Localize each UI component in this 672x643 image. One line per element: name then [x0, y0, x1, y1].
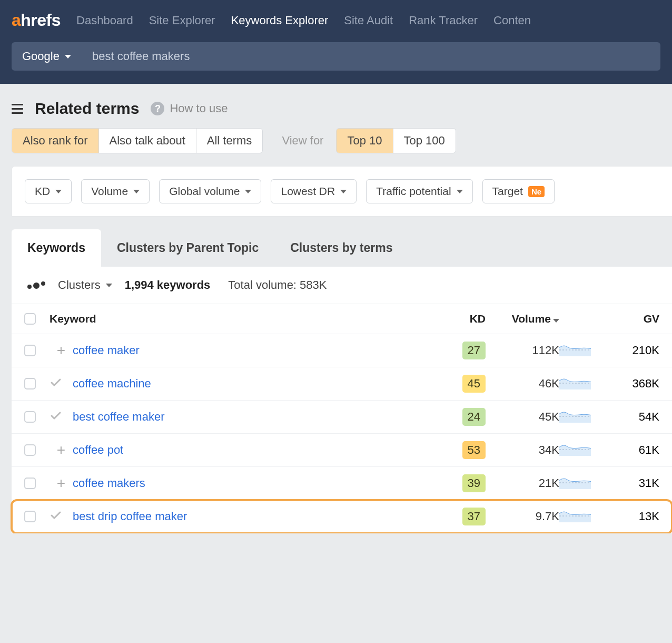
engine-label: Google — [22, 50, 60, 63]
pill-also-rank-for[interactable]: Also rank for — [12, 129, 99, 153]
page-title: Related terms — [35, 100, 139, 118]
caret-down-icon — [133, 190, 140, 193]
keyword-search-input[interactable] — [82, 42, 660, 71]
title-row: Related terms ? How to use — [0, 84, 672, 128]
clusters-icon — [27, 281, 45, 289]
expand-icon[interactable]: + — [50, 475, 73, 492]
col-kd[interactable]: KD — [438, 313, 486, 325]
sparkline-icon — [559, 508, 591, 522]
row-checkbox[interactable] — [24, 478, 36, 489]
sparkline-icon — [559, 474, 591, 489]
select-all-checkbox[interactable] — [24, 313, 36, 325]
col-volume[interactable]: Volume — [486, 313, 559, 325]
volume-value: 34K — [486, 443, 559, 457]
tab-keywords[interactable]: Keywords — [12, 229, 101, 267]
col-gv[interactable]: GV — [601, 313, 659, 325]
volume-value: 112K — [486, 344, 559, 357]
keyword-link[interactable]: best drip coffee maker — [73, 510, 187, 523]
toggle-row: Also rank forAlso talk aboutAll terms Vi… — [0, 128, 672, 166]
filter-global-volume[interactable]: Global volume — [159, 179, 261, 203]
table-row: +coffee pot5334K61K — [12, 434, 672, 467]
new-badge: Ne — [528, 186, 545, 197]
table-row: +coffee makers3921K31K — [12, 467, 672, 500]
logo-rest: hrefs — [21, 11, 61, 30]
pill-top-10[interactable]: Top 10 — [337, 129, 393, 153]
nav-links: DashboardSite ExplorerKeywords ExplorerS… — [76, 14, 531, 27]
nav-site-audit[interactable]: Site Audit — [344, 14, 393, 27]
keyword-link[interactable]: best coffee maker — [73, 410, 164, 423]
clusters-dropdown[interactable]: Clusters — [58, 278, 112, 292]
nav-rank-tracker[interactable]: Rank Tracker — [409, 14, 478, 27]
engine-select[interactable]: Google — [12, 42, 82, 71]
caret-down-icon — [55, 190, 62, 193]
nav-conten[interactable]: Conten — [493, 14, 531, 27]
gv-value: 61K — [601, 443, 659, 457]
top-nav: ahrefs DashboardSite ExplorerKeywords Ex… — [0, 0, 672, 41]
gv-value: 54K — [601, 410, 659, 424]
sparkline-icon — [559, 408, 591, 423]
gv-value: 210K — [601, 344, 659, 357]
row-checkbox[interactable] — [24, 345, 36, 356]
gv-value: 368K — [601, 377, 659, 391]
view-for-label: View for — [282, 134, 323, 148]
keyword-link[interactable]: coffee pot — [73, 443, 123, 456]
pill-all-terms[interactable]: All terms — [196, 129, 263, 153]
filter-traffic-potential[interactable]: Traffic potential — [366, 179, 472, 203]
gv-value: 31K — [601, 476, 659, 490]
filter-lowest-dr[interactable]: Lowest DR — [271, 179, 357, 203]
sparkline-icon — [559, 342, 591, 356]
keyword-link[interactable]: coffee makers — [73, 476, 145, 490]
caret-down-icon — [106, 284, 112, 287]
volume-value: 46K — [486, 377, 559, 391]
nav-site-explorer[interactable]: Site Explorer — [149, 14, 215, 27]
row-checkbox[interactable] — [24, 378, 36, 389]
total-volume: Total volume: 583K — [228, 278, 327, 292]
keyword-link[interactable]: coffee machine — [73, 377, 151, 390]
caret-down-icon — [340, 190, 347, 193]
table-row: coffee machine4546K368K — [12, 367, 672, 401]
sparkline-icon — [559, 441, 591, 456]
kd-badge: 27 — [462, 342, 486, 359]
expand-icon[interactable]: + — [50, 342, 73, 359]
row-checkbox[interactable] — [24, 411, 36, 423]
how-to-use-link[interactable]: ? How to use — [151, 102, 228, 115]
filter-volume[interactable]: Volume — [81, 179, 150, 203]
volume-value: 9.7K — [486, 510, 559, 523]
caret-down-icon — [457, 190, 463, 193]
sparkline-icon — [559, 375, 591, 389]
table-header: Keyword KD Volume GV — [12, 304, 672, 334]
included-icon[interactable] — [50, 509, 73, 524]
nav-keywords-explorer[interactable]: Keywords Explorer — [231, 14, 329, 27]
kd-badge: 37 — [462, 508, 486, 525]
filter-kd[interactable]: KD — [25, 179, 72, 203]
kd-badge: 53 — [462, 441, 486, 459]
filters-row: KDVolumeGlobal volumeLowest DRTraffic po… — [12, 166, 672, 217]
expand-icon[interactable]: + — [50, 442, 73, 459]
keyword-table: Keyword KD Volume GV +coffee maker27112K… — [12, 304, 672, 533]
kd-badge: 45 — [462, 375, 486, 393]
filter-target[interactable]: TargetNe — [482, 179, 555, 203]
tab-clusters-by-parent-topic[interactable]: Clusters by Parent Topic — [101, 229, 274, 267]
help-icon: ? — [151, 102, 164, 115]
tabs-row: KeywordsClusters by Parent TopicClusters… — [0, 229, 672, 267]
keyword-count: 1,994 keywords — [125, 278, 211, 292]
included-icon[interactable] — [50, 409, 73, 425]
col-keyword[interactable]: Keyword — [50, 313, 438, 325]
nav-dashboard[interactable]: Dashboard — [76, 14, 133, 27]
pill-also-talk-about[interactable]: Also talk about — [99, 129, 196, 153]
caret-down-icon — [245, 190, 251, 193]
table-row: +coffee maker27112K210K — [12, 334, 672, 367]
keyword-link[interactable]: coffee maker — [73, 344, 140, 357]
table-row: best drip coffee maker379.7K13K — [12, 500, 672, 533]
pill-top-100[interactable]: Top 100 — [393, 129, 456, 153]
row-checkbox[interactable] — [24, 444, 36, 456]
logo-a: a — [12, 11, 21, 30]
kd-badge: 24 — [462, 408, 486, 426]
logo[interactable]: ahrefs — [12, 11, 61, 30]
sort-desc-icon — [553, 319, 559, 323]
included-icon[interactable] — [50, 376, 73, 392]
tab-clusters-by-terms[interactable]: Clusters by terms — [274, 229, 408, 267]
row-checkbox[interactable] — [24, 511, 36, 522]
hamburger-icon[interactable] — [12, 104, 23, 114]
match-type-group: Also rank forAlso talk aboutAll terms — [12, 128, 263, 153]
